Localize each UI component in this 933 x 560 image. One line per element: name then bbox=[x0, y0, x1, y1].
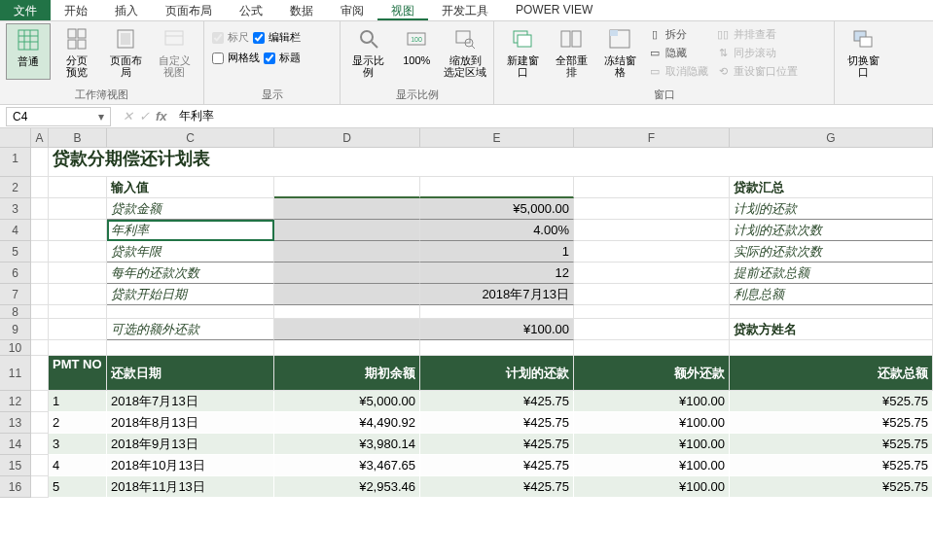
zoom-button[interactable]: 显示比例 bbox=[346, 23, 391, 80]
cell-rate-label[interactable]: 年利率 bbox=[107, 220, 274, 241]
view-pagelayout-button[interactable]: 页面布局 bbox=[103, 23, 148, 80]
chevron-down-icon[interactable]: ▾ bbox=[98, 110, 104, 123]
cell-B2[interactable] bbox=[49, 177, 107, 198]
col-F[interactable]: F bbox=[574, 128, 730, 147]
freeze-panes-button[interactable]: 冻结窗格 bbox=[597, 23, 642, 81]
table-row[interactable]: 4 bbox=[49, 455, 107, 476]
tbl-head-pmt[interactable]: PMT NO bbox=[49, 356, 107, 391]
cell-loan-amount-label[interactable]: 贷款金额 bbox=[107, 198, 274, 220]
cell-B1-title[interactable]: 贷款分期偿还计划表 bbox=[49, 148, 933, 177]
cell-F2[interactable] bbox=[574, 177, 730, 198]
cell-sched-count-label[interactable]: 计划的还款次数 bbox=[730, 220, 933, 241]
rowhead-12[interactable]: 12 bbox=[0, 391, 31, 412]
cell-A1[interactable] bbox=[31, 148, 49, 177]
rowhead-13[interactable]: 13 bbox=[0, 412, 31, 434]
rowhead-5[interactable]: 5 bbox=[0, 241, 31, 262]
resetpos-button[interactable]: ⟲重设窗口位置 bbox=[716, 64, 798, 79]
rowhead-14[interactable]: 14 bbox=[0, 434, 31, 455]
select-all-corner[interactable] bbox=[0, 128, 31, 147]
cell-G2[interactable]: 贷款汇总 bbox=[730, 177, 933, 198]
cell-early-total-label[interactable]: 提前还款总额 bbox=[730, 262, 933, 284]
chk-formulabar[interactable]: 编辑栏 bbox=[253, 30, 301, 45]
accept-formula-icon[interactable]: ✓ bbox=[139, 109, 150, 123]
col-B[interactable]: B bbox=[49, 128, 107, 147]
rowhead-8[interactable]: 8 bbox=[0, 305, 31, 319]
cell-years-val[interactable]: 1 bbox=[420, 241, 574, 262]
tbl-head-date[interactable]: 还款日期 bbox=[107, 356, 274, 391]
rowhead-6[interactable]: 6 bbox=[0, 262, 31, 284]
table-row[interactable]: 1 bbox=[49, 391, 107, 412]
menu-insert[interactable]: 插入 bbox=[101, 0, 152, 20]
chk-headings-box[interactable] bbox=[264, 52, 275, 64]
rowhead-16[interactable]: 16 bbox=[0, 476, 31, 498]
cell-D2[interactable] bbox=[274, 177, 420, 198]
table-row[interactable]: 5 bbox=[49, 476, 107, 498]
name-box[interactable]: C4 ▾ bbox=[6, 107, 111, 126]
cell-ppy-val[interactable]: 12 bbox=[420, 262, 574, 284]
chk-gridlines[interactable]: 网格线 bbox=[212, 51, 260, 65]
sidebyside-button[interactable]: ▯▯并排查看 bbox=[716, 27, 798, 42]
chk-ruler-box[interactable] bbox=[212, 32, 224, 44]
menu-devtools[interactable]: 开发工具 bbox=[428, 0, 502, 20]
hide-button[interactable]: ▭隐藏 bbox=[648, 46, 708, 60]
arrange-all-button[interactable]: 全部重排 bbox=[549, 23, 593, 81]
menu-formula[interactable]: 公式 bbox=[226, 0, 276, 20]
cell-C2[interactable]: 输入值 bbox=[107, 177, 274, 198]
rowhead-10[interactable]: 10 bbox=[0, 340, 31, 356]
cancel-formula-icon[interactable]: ✕ bbox=[123, 109, 133, 123]
chk-formulabar-box[interactable] bbox=[253, 32, 265, 44]
cell-extra-val[interactable]: ¥100.00 bbox=[420, 319, 574, 340]
cell-E2[interactable] bbox=[420, 177, 574, 198]
unhide-button[interactable]: ▭取消隐藏 bbox=[648, 64, 708, 79]
cell-sched-pay-label[interactable]: 计划的还款 bbox=[730, 198, 933, 220]
chk-gridlines-box[interactable] bbox=[212, 52, 224, 64]
rowhead-2[interactable]: 2 bbox=[0, 177, 31, 198]
col-C[interactable]: C bbox=[107, 128, 274, 147]
rowhead-11[interactable]: 11 bbox=[0, 356, 31, 391]
col-A[interactable]: A bbox=[31, 128, 49, 147]
cell-actual-count-label[interactable]: 实际的还款次数 bbox=[730, 241, 933, 262]
rowhead-7[interactable]: 7 bbox=[0, 284, 31, 305]
cell-interest-total-label[interactable]: 利息总额 bbox=[730, 284, 933, 305]
new-window-button[interactable]: 新建窗口 bbox=[500, 23, 545, 81]
cell-ppy-label[interactable]: 每年的还款次数 bbox=[107, 262, 274, 284]
rowhead-15[interactable]: 15 bbox=[0, 455, 31, 476]
menu-review[interactable]: 审阅 bbox=[327, 0, 377, 20]
chk-headings[interactable]: 标题 bbox=[264, 51, 301, 65]
cell-A2[interactable] bbox=[31, 177, 49, 198]
menu-file[interactable]: 文件 bbox=[0, 0, 51, 20]
table-row[interactable]: 2 bbox=[49, 412, 107, 434]
menu-powerview[interactable]: POWER VIEW bbox=[502, 0, 606, 20]
switch-window-button[interactable]: 切换窗口 bbox=[841, 23, 885, 80]
cell-start-val[interactable]: 2018年7月13日 bbox=[420, 284, 574, 305]
menu-data[interactable]: 数据 bbox=[276, 0, 327, 20]
cell-years-label[interactable]: 贷款年限 bbox=[107, 241, 274, 262]
menu-view[interactable]: 视图 bbox=[377, 0, 428, 20]
view-pagebreak-button[interactable]: 分页 预览 bbox=[54, 23, 99, 80]
tbl-head-total[interactable]: 还款总额 bbox=[730, 356, 933, 391]
cell-loan-amount-val[interactable]: ¥5,000.00 bbox=[420, 198, 574, 220]
chk-ruler[interactable]: 标尺 bbox=[212, 30, 249, 45]
table-row[interactable]: 3 bbox=[49, 434, 107, 455]
cell-start-label[interactable]: 贷款开始日期 bbox=[107, 284, 274, 305]
tbl-head-sched[interactable]: 计划的还款 bbox=[420, 356, 574, 391]
formula-input[interactable]: 年利率 bbox=[173, 106, 933, 126]
col-D[interactable]: D bbox=[274, 128, 420, 147]
rowhead-1[interactable]: 1 bbox=[0, 148, 31, 177]
split-button[interactable]: ▯拆分 bbox=[648, 27, 708, 42]
zoom100-button[interactable]: 100 100% bbox=[395, 23, 440, 80]
fx-icon[interactable]: fx bbox=[156, 109, 167, 123]
menu-pagelayout[interactable]: 页面布局 bbox=[152, 0, 226, 20]
menu-home[interactable]: 开始 bbox=[51, 0, 101, 20]
cell-extra-label[interactable]: 可选的额外还款 bbox=[107, 319, 274, 340]
cell-rate-val[interactable]: 4.00% bbox=[420, 220, 574, 241]
cell-lender-head[interactable]: 贷款方姓名 bbox=[730, 319, 933, 340]
tbl-head-begbal[interactable]: 期初余额 bbox=[274, 356, 420, 391]
rowhead-4[interactable]: 4 bbox=[0, 220, 31, 241]
rowhead-3[interactable]: 3 bbox=[0, 198, 31, 220]
view-custom-button[interactable]: 自定义视图 bbox=[152, 23, 197, 80]
col-E[interactable]: E bbox=[420, 128, 574, 147]
rowhead-9[interactable]: 9 bbox=[0, 319, 31, 340]
syncscroll-button[interactable]: ⇅同步滚动 bbox=[716, 46, 798, 60]
zoom-selection-button[interactable]: 缩放到 选定区域 bbox=[443, 23, 487, 80]
